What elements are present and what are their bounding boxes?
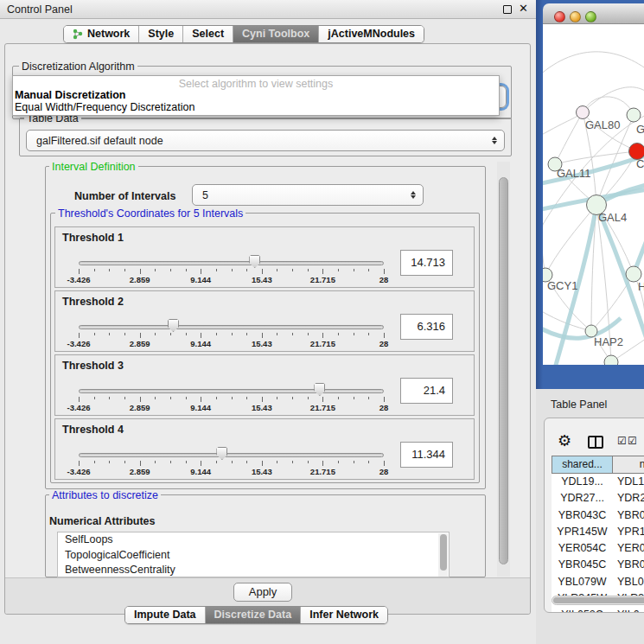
float-window-icon[interactable] — [503, 5, 512, 14]
table-row[interactable]: YBR045CYBR0 — [552, 557, 644, 573]
slider-tick-label: 15.43 — [252, 467, 272, 476]
columns-icon[interactable] — [588, 436, 603, 449]
slider-tick — [354, 397, 354, 399]
slider-track[interactable] — [79, 325, 384, 329]
table-scrollbar-thumb[interactable] — [553, 597, 644, 603]
checkbox-icon[interactable]: ☑ — [628, 435, 637, 447]
attribute-list-item[interactable]: SelfLoops — [58, 532, 449, 548]
slider-tick — [262, 269, 263, 274]
attribute-list-item[interactable]: BetweennessCentrality — [58, 563, 449, 577]
slider-track[interactable] — [79, 453, 384, 457]
cell-shared-name: YDR27... — [552, 490, 613, 507]
tab-jactivemnodules[interactable]: jActiveMNodules — [319, 26, 424, 42]
slider-tick — [384, 397, 385, 402]
slider-thumb[interactable] — [314, 383, 325, 396]
tab-label: Network — [87, 28, 130, 40]
network-canvas[interactable]: GAL80GACGAL11GAL4GCY1HHAP2 — [543, 24, 644, 365]
slider-tick-label: -3.426 — [67, 339, 91, 348]
panel-scrollbar[interactable] — [497, 162, 510, 577]
settings-scroll-area: Interval Definition Number of Intervals … — [38, 159, 496, 577]
node-label: C — [636, 157, 644, 170]
tab-select[interactable]: Select — [183, 26, 233, 42]
slider-tick — [308, 333, 309, 335]
slider-tick — [201, 333, 201, 338]
slider-tick — [322, 269, 323, 274]
tab-cyni-toolbox[interactable]: Cyni Toolbox — [233, 26, 319, 42]
slider-tick-label: 21.715 — [310, 275, 335, 284]
slider-tick — [292, 397, 293, 399]
list-scrollbar-thumb[interactable] — [440, 534, 447, 571]
table-row[interactable]: YBR043CYBR0 — [552, 507, 644, 524]
threshold-value-field[interactable]: 21.4 — [400, 378, 453, 404]
slider-track[interactable] — [79, 389, 384, 393]
cell-shared-name: YBR045C — [552, 557, 613, 573]
cell-shared-name: YBR043C — [552, 507, 613, 524]
slider-track[interactable] — [79, 261, 384, 265]
table-row[interactable]: YIL052CYIL0 — [552, 607, 644, 613]
slider-tick — [109, 269, 110, 271]
table-row[interactable]: YBL079WYBL0 — [552, 574, 644, 590]
table-data-select[interactable]: galFiltered.sif default node — [26, 130, 505, 151]
node-label: HAP2 — [594, 335, 623, 348]
tab-discretize-data[interactable]: Discretize Data — [206, 607, 302, 623]
node[interactable] — [604, 355, 618, 365]
slider-tick — [124, 269, 125, 271]
table-row[interactable]: YPR145WYPR1 — [552, 524, 644, 540]
dropdown-item-equal-width-frequency[interactable]: Equal Width/Frequency Discretization — [15, 101, 194, 113]
table-horizontal-scrollbar[interactable] — [552, 596, 644, 605]
threshold-value-field[interactable]: 14.713 — [400, 250, 453, 276]
slider-thumb[interactable] — [168, 319, 179, 332]
slider-tick-label: 9.144 — [190, 467, 211, 476]
tab-infer-network[interactable]: Infer Network — [301, 607, 387, 623]
spinner-arrows-icon — [409, 191, 417, 199]
slider-tick-label: 15.43 — [252, 339, 272, 348]
number-of-intervals-select[interactable]: 5 — [192, 184, 424, 206]
slider-tick-label: 9.144 — [190, 275, 211, 284]
slider-tick — [140, 269, 141, 274]
checkbox-icon[interactable]: ☑ — [617, 435, 627, 447]
slider-thumb[interactable] — [249, 255, 260, 268]
cell-name: YPR1 — [613, 524, 644, 540]
node[interactable] — [627, 108, 641, 122]
slider-tick — [368, 397, 369, 399]
slider-tick — [262, 333, 263, 338]
gear-icon[interactable]: ⚙ — [558, 433, 571, 449]
cell-name: YBR0 — [613, 557, 644, 573]
table-row[interactable]: YER054CYER0 — [552, 540, 644, 557]
cell-name: YIL0 — [613, 607, 644, 613]
table-row[interactable]: YDR27...YDR2 — [552, 490, 644, 507]
column-header-name[interactable]: n — [613, 456, 644, 474]
numerical-attributes-list[interactable]: SelfLoopsTopologicalCoefficientBetweenne… — [57, 532, 450, 577]
dropdown-item-manual-discretization[interactable]: Manual Discretization — [15, 89, 126, 101]
column-header-shared[interactable]: shared... — [552, 456, 613, 474]
close-icon[interactable]: ✕ — [519, 2, 528, 15]
zoom-traffic-light-icon[interactable] — [585, 11, 596, 22]
tab-network[interactable]: Network — [64, 26, 139, 42]
slider-tick — [262, 397, 263, 402]
close-traffic-light-icon[interactable] — [554, 11, 565, 22]
threshold-value-field[interactable]: 11.344 — [400, 442, 453, 468]
slider-tick — [354, 269, 354, 271]
list-scrollbar[interactable] — [438, 533, 448, 577]
apply-button[interactable]: Apply — [233, 583, 292, 602]
threshold-value-field[interactable]: 6.316 — [400, 314, 453, 340]
minimize-traffic-light-icon[interactable] — [570, 11, 581, 22]
slider-tick-label: 15.43 — [252, 275, 272, 284]
cell-shared-name: YIL052C — [552, 607, 613, 613]
cell-name: YBL0 — [613, 574, 644, 590]
GAL80-node[interactable] — [577, 106, 590, 119]
number-of-intervals-label: Number of Intervals — [74, 190, 175, 202]
slider-thumb[interactable] — [216, 447, 227, 460]
slider-tick-label: 2.859 — [130, 275, 150, 284]
tab-style[interactable]: Style — [139, 26, 183, 42]
network-window-titlebar[interactable] — [543, 3, 644, 24]
thresholds-group-label: Threshold's Coordinates for 5 Intervals — [55, 207, 245, 220]
attribute-list-item[interactable]: TopologicalCoefficient — [58, 548, 449, 564]
panel-scrollbar-thumb[interactable] — [499, 177, 508, 564]
tab-impute-data[interactable]: Impute Data — [125, 607, 206, 623]
slider-tick-label: 2.859 — [130, 339, 150, 348]
tab-label: Style — [148, 28, 174, 40]
slider-tick — [124, 333, 125, 335]
slider-tick — [308, 397, 309, 399]
table-row[interactable]: YDL19...YDL1 — [552, 474, 644, 490]
